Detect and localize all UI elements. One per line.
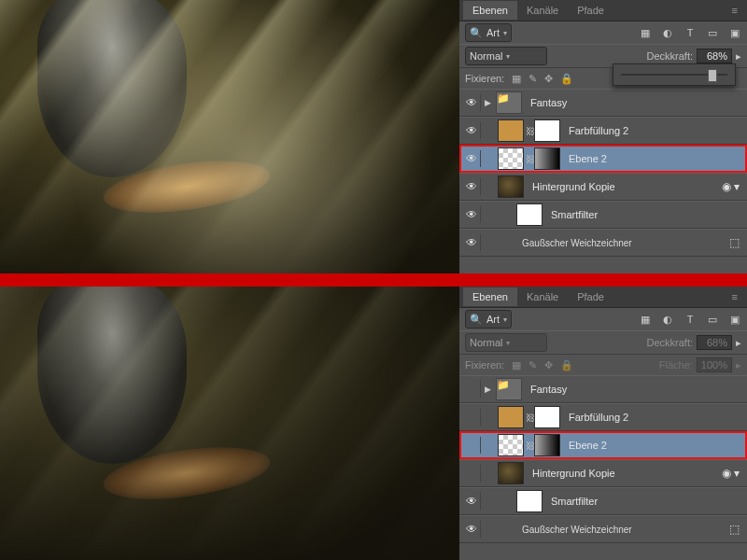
tab-channels[interactable]: Kanäle [517, 1, 568, 20]
filter-mask-thumbnail[interactable] [516, 203, 543, 226]
layer-name[interactable]: Ebene 2 [569, 440, 607, 451]
tab-channels[interactable]: Kanäle [517, 287, 568, 306]
filter-shape-icon[interactable]: ▭ [706, 27, 719, 39]
filter-options-icon[interactable]: ⬚ [729, 236, 747, 249]
blend-mode-dropdown[interactable]: Normal ▾ [465, 333, 547, 352]
layers-panel-bottom: Ebenen Kanäle Pfade ≡ 🔍 Art ▾ ▦ ◐ T ▭ ▣ … [459, 287, 747, 560]
tab-layers[interactable]: Ebenen [463, 1, 517, 20]
blend-mode-dropdown[interactable]: Normal ▾ [465, 47, 547, 65]
visibility-toggle[interactable]: 👁 [463, 150, 481, 167]
slider-knob[interactable] [708, 69, 717, 82]
filter-smartobj-icon[interactable]: ▣ [728, 27, 741, 39]
document-canvas-top[interactable] [0, 0, 459, 273]
layer-name[interactable]: Farbfüllung 2 [569, 412, 628, 423]
layer-fill-2[interactable]: 👁 ⛓ Farbfüllung 2 [459, 403, 747, 431]
visibility-toggle[interactable]: 👁 [463, 206, 481, 223]
filter-shape-icon[interactable]: ▭ [706, 314, 719, 326]
layer-thumbnail[interactable] [498, 434, 524, 456]
layer-filter-dropdown[interactable]: 🔍 Art ▾ [465, 310, 512, 329]
layer-fill-2[interactable]: 👁 ⛓ Farbfüllung 2 [459, 117, 747, 145]
filter-mask-thumbnail[interactable] [516, 490, 543, 512]
fill-label: Fläche: [659, 359, 693, 371]
lock-pixels-icon[interactable]: ✎ [529, 73, 537, 85]
layer-group-fantasy[interactable]: 👁 ▶ 📁 Fantasy [459, 375, 747, 403]
layer-name[interactable]: Smartfilter [551, 496, 598, 507]
disclosure-arrow-icon[interactable]: ▶ [485, 98, 496, 107]
visibility-toggle[interactable]: 👁 [463, 409, 481, 426]
layer-group-fantasy[interactable]: 👁 ▶ 📁 Fantasy [459, 89, 747, 117]
folder-icon: 📁 [496, 91, 522, 114]
opacity-field[interactable]: 68% ▸ [697, 49, 741, 63]
tab-paths[interactable]: Pfade [568, 1, 613, 20]
layer-hintergrund-kopie[interactable]: 👁 Hintergrund Kopie ◉ ▾ [459, 173, 747, 201]
lock-transparency-icon[interactable]: ▦ [512, 359, 521, 371]
lock-position-icon[interactable]: ✥ [544, 359, 553, 371]
layer-name[interactable]: Ebene 2 [569, 153, 607, 164]
layer-gaussian-blur[interactable]: 👁 Gaußscher Weichzeichner ⬚ [459, 229, 747, 257]
mask-thumbnail[interactable] [534, 434, 560, 456]
filter-options-icon[interactable]: ⬚ [729, 523, 747, 536]
filter-smartobj-icon[interactable]: ▣ [728, 314, 741, 326]
visibility-toggle[interactable]: 👁 [463, 94, 481, 111]
visibility-toggle[interactable]: 👁 [463, 381, 481, 398]
filter-adjust-icon[interactable]: ◐ [661, 27, 674, 39]
lock-transparency-icon[interactable]: ▦ [512, 73, 521, 85]
chain-icon[interactable]: ⛓ [527, 413, 534, 423]
visibility-toggle[interactable]: 👁 [463, 122, 481, 139]
layer-gaussian-blur[interactable]: 👁 Gaußscher Weichzeichner ⬚ [459, 515, 747, 543]
layer-name[interactable]: Farbfüllung 2 [569, 125, 628, 136]
lock-all-icon[interactable]: 🔒 [560, 73, 573, 85]
mask-thumbnail[interactable] [534, 119, 560, 142]
filter-type-icon[interactable]: T [684, 314, 697, 326]
tab-layers[interactable]: Ebenen [463, 287, 517, 306]
layer-smartfilter[interactable]: 👁 Smartfilter [459, 201, 747, 229]
filter-pixel-icon[interactable]: ▦ [639, 314, 652, 326]
lock-position-icon[interactable]: ✥ [544, 73, 553, 85]
layer-thumbnail[interactable] [498, 462, 524, 484]
layer-name[interactable]: Gaußscher Weichzeichner [522, 525, 632, 535]
visibility-toggle[interactable]: 👁 [463, 493, 481, 510]
visibility-toggle[interactable]: 👁 [463, 521, 481, 538]
layer-filter-dropdown[interactable]: 🔍 Art ▾ [465, 23, 512, 42]
chain-icon[interactable]: ⛓ [527, 154, 534, 164]
lock-icons: ▦ ✎ ✥ 🔒 [512, 359, 573, 371]
mask-thumbnail[interactable] [534, 147, 560, 170]
light-rays [0, 287, 459, 560]
document-canvas-bottom[interactable] [0, 287, 459, 560]
filter-adjust-icon[interactable]: ◐ [661, 314, 674, 326]
opacity-slider-popup[interactable] [613, 63, 736, 86]
panel-menu-icon[interactable]: ≡ [613, 1, 747, 20]
layer-thumbnail[interactable] [498, 147, 524, 170]
filter-pixel-icon[interactable]: ▦ [639, 27, 652, 39]
opacity-value[interactable]: 68% [697, 49, 732, 63]
layer-smartfilter[interactable]: 👁 Smartfilter [459, 487, 747, 515]
panel-tabs: Ebenen Kanäle Pfade ≡ [459, 0, 747, 21]
layer-name[interactable]: Gaußscher Weichzeichner [522, 238, 632, 248]
visibility-toggle[interactable]: 👁 [463, 234, 481, 251]
visibility-toggle[interactable]: 👁 [463, 465, 481, 482]
chain-icon[interactable]: ⛓ [527, 126, 534, 136]
visibility-toggle[interactable]: 👁 [463, 178, 481, 195]
layer-name[interactable]: Hintergrund Kopie [532, 181, 615, 192]
layer-thumbnail[interactable] [498, 175, 524, 198]
disclosure-arrow-icon[interactable]: ▶ [485, 385, 496, 394]
layer-ebene-2[interactable]: 👁 ⛓ Ebene 2 [459, 431, 747, 459]
mask-thumbnail[interactable] [534, 406, 560, 428]
layer-ebene-2[interactable]: 👁 ⛓ Ebene 2 [459, 145, 747, 173]
smart-filter-toggle[interactable]: ◉ ▾ [722, 180, 747, 193]
layers-list-top: 👁 ▶ 📁 Fantasy 👁 ⛓ Farbfüllung 2 👁 ⛓ [459, 89, 747, 273]
smart-filter-toggle[interactable]: ◉ ▾ [722, 467, 747, 480]
tab-paths[interactable]: Pfade [568, 287, 613, 306]
lock-all-icon[interactable]: 🔒 [560, 359, 573, 371]
chain-icon[interactable]: ⛓ [527, 441, 534, 451]
lock-pixels-icon[interactable]: ✎ [529, 359, 537, 371]
image-divider [0, 273, 747, 287]
filter-type-icon[interactable]: T [684, 27, 697, 39]
layer-name[interactable]: Fantasy [530, 97, 567, 108]
layer-name[interactable]: Hintergrund Kopie [532, 468, 615, 479]
layer-hintergrund-kopie[interactable]: 👁 Hintergrund Kopie ◉ ▾ [459, 459, 747, 487]
layer-name[interactable]: Fantasy [530, 384, 567, 395]
panel-menu-icon[interactable]: ≡ [613, 287, 747, 306]
layer-name[interactable]: Smartfilter [551, 209, 598, 220]
visibility-toggle[interactable]: 👁 [463, 437, 481, 454]
